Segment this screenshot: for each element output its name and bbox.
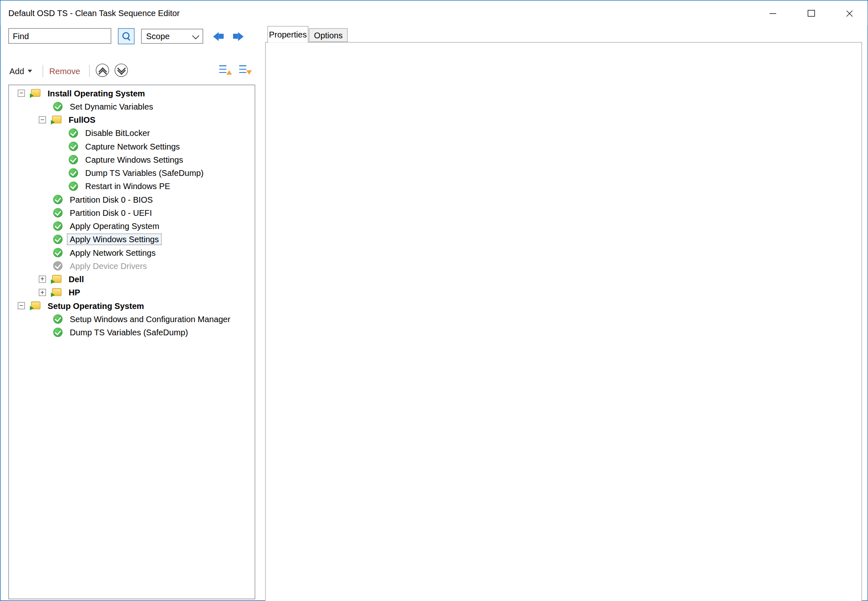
step-check-icon [53,208,63,217]
tree-item-disable-bitlocker[interactable]: Disable BitLocker [9,126,255,139]
task-sequence-editor-window: Default OSD TS - Clean Task Sequence Edi… [0,0,868,601]
title-bar: Default OSD TS - Clean Task Sequence Edi… [0,0,867,25]
step-check-icon [53,327,63,337]
move-up-button[interactable] [96,63,109,77]
step-check-icon [53,234,63,244]
window-title: Default OSD TS - Clean Task Sequence Edi… [8,0,180,25]
tree-item-setup-windows-and-configmgr[interactable]: Setup Windows and Configuration Manager [9,312,255,325]
tree-item-hp[interactable]: HP [9,285,255,299]
back-arrow-icon [213,32,224,40]
tree-item-apply-operating-system[interactable]: Apply Operating System [9,219,255,232]
forward-arrow-icon [233,32,244,40]
step-check-icon [53,194,63,204]
search-icon [122,32,130,40]
find-input[interactable]: Find [8,28,111,44]
tree-item-setup-operating-system[interactable]: Setup Operating System [9,299,255,312]
maximize-button[interactable] [798,2,824,25]
find-next-button[interactable] [230,28,247,44]
group-icon [52,288,61,296]
step-check-icon [53,221,63,231]
step-check-icon [69,181,78,191]
group-icon [52,116,61,124]
search-button[interactable] [118,28,134,44]
add-button[interactable]: Add [9,63,32,78]
tree-item-apply-network-settings[interactable]: Apply Network Settings [9,246,255,259]
tree-item-partition-disk-0-uefi[interactable]: Partition Disk 0 - UEFI [9,206,255,219]
toolbar-separator [42,65,43,77]
group-icon [31,302,40,309]
close-icon [846,10,853,17]
expand-all-button[interactable] [239,63,252,76]
tree-item-dell[interactable]: Dell [9,272,255,285]
task-sequence-tree: Install Operating System Set Dynamic Var… [8,85,255,599]
tree-item-restart-in-windows-pe[interactable]: Restart in Windows PE [9,179,255,192]
chevron-down-icon [28,70,32,72]
step-check-icon [69,141,78,151]
tree-item-capture-windows-settings[interactable]: Capture Windows Settings [9,153,255,166]
move-down-button[interactable] [115,63,128,77]
step-check-icon [69,154,78,164]
chevron-down-icon [192,32,199,39]
tree-item-install-operating-system[interactable]: Install Operating System [9,87,255,100]
minimize-button[interactable] [760,2,786,25]
remove-button[interactable]: Remove [49,63,80,78]
tree-item-fullos[interactable]: FullOS [9,113,255,126]
remove-button-label: Remove [49,66,80,76]
step-check-icon [53,314,63,323]
find-previous-button[interactable] [210,28,227,44]
collapse-all-button[interactable] [219,63,232,76]
close-button[interactable] [837,2,862,25]
tree-item-dump-ts-variables[interactable]: Dump TS Variables (SafeDump) [9,166,255,179]
collapse-expander-icon[interactable] [39,116,46,123]
collapse-expander-icon[interactable] [18,89,25,96]
minimize-icon [769,13,776,14]
scope-dropdown-value: Scope [146,32,170,41]
scope-dropdown[interactable]: Scope [141,29,203,44]
properties-panel [265,42,862,601]
tree-item-set-dynamic-variables[interactable]: Set Dynamic Variables [9,100,255,113]
group-icon [31,89,40,97]
step-check-icon [53,248,63,257]
toolbar-separator [89,65,89,77]
step-check-disabled-icon [53,261,63,270]
tree-item-partition-disk-0-bios[interactable]: Partition Disk 0 - BIOS [9,192,255,206]
tab-options[interactable]: Options [309,28,348,42]
add-button-label: Add [9,66,24,76]
tree-item-apply-device-drivers[interactable]: Apply Device Drivers [9,259,255,272]
tree-item-apply-windows-settings-selected[interactable]: Apply Windows Settings [9,232,255,246]
group-icon [52,275,61,283]
tree-item-dump-ts-variables-2[interactable]: Dump TS Variables (SafeDump) [9,325,255,339]
tab-properties[interactable]: Properties [267,26,308,42]
tree-item-capture-network-settings[interactable]: Capture Network Settings [9,139,255,152]
step-check-icon [69,168,78,178]
step-check-icon [53,101,63,111]
expand-expander-icon[interactable] [39,275,46,282]
find-input-text: Find [13,31,29,41]
step-check-icon [69,128,78,138]
expand-expander-icon[interactable] [39,288,46,295]
collapse-expander-icon[interactable] [18,302,25,309]
maximize-icon [807,10,814,16]
